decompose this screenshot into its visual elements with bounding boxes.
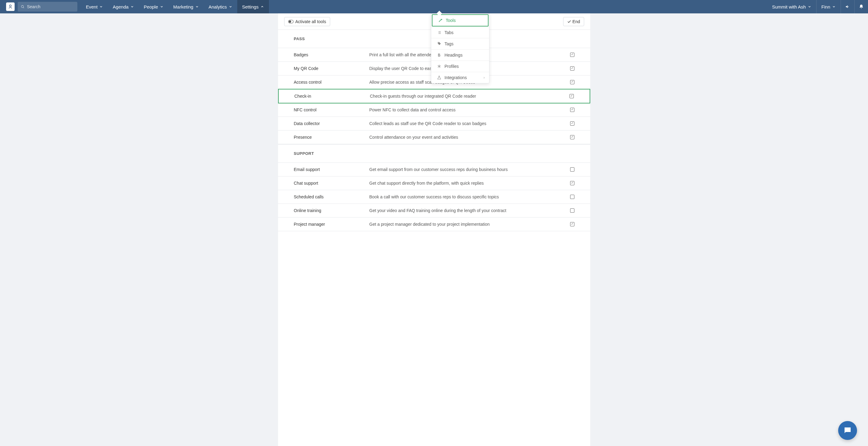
tool-description: Book a call with our customer success re… xyxy=(369,195,559,199)
nav-label: Analytics xyxy=(209,4,227,9)
dropdown-item-label: Tabs xyxy=(445,30,454,35)
nav-item-settings[interactable]: Settings xyxy=(237,0,269,13)
nav-label: Marketing xyxy=(173,4,193,9)
tag-icon xyxy=(436,42,443,46)
nav-item-people[interactable]: People xyxy=(139,0,168,13)
activate-all-tools-button[interactable]: Activate all tools xyxy=(284,17,330,26)
user-menu-1[interactable]: Finn xyxy=(816,0,841,13)
tool-checkbox[interactable] xyxy=(569,94,574,98)
dropdown-item-label: Profiles xyxy=(445,64,459,69)
nav-item-marketing[interactable]: Marketing xyxy=(168,0,204,13)
nav-item-agenda[interactable]: Agenda xyxy=(108,0,139,13)
tool-description: Collect leads as staff use the QR Code r… xyxy=(369,121,559,126)
tool-checkbox[interactable] xyxy=(570,108,575,112)
notifications-button[interactable] xyxy=(855,0,868,13)
dropdown-item-profiles[interactable]: Profiles xyxy=(431,61,489,72)
tool-description: Check-in guests through our integrated Q… xyxy=(370,94,559,99)
dropdown-item-label: Tools xyxy=(446,18,456,23)
chevron-right-icon: › xyxy=(484,75,485,80)
tool-row[interactable]: Project managerGet a project manager ded… xyxy=(278,217,590,231)
tool-checkbox[interactable] xyxy=(570,135,575,139)
search-input[interactable] xyxy=(27,4,74,9)
tool-description: Power NFC to collect data and control ac… xyxy=(369,107,559,112)
tool-row[interactable]: PresenceControl attendance on your event… xyxy=(278,131,590,144)
tool-checkbox[interactable] xyxy=(570,222,575,226)
svg-point-1 xyxy=(21,5,24,8)
user-menu-0[interactable]: Summit with Ash xyxy=(767,0,816,13)
announcements-button[interactable] xyxy=(841,0,854,13)
tool-name: Check-in xyxy=(294,94,370,99)
end-label: End xyxy=(572,19,580,24)
settings-dropdown: ToolsTabsTagsHeadingsProfilesIntegration… xyxy=(431,13,490,83)
dropdown-item-label: Integrations xyxy=(445,75,467,80)
end-button[interactable]: End xyxy=(563,17,584,26)
app-logo[interactable] xyxy=(6,2,14,11)
tool-checkbox[interactable] xyxy=(570,181,575,185)
chat-widget-button[interactable] xyxy=(838,421,857,440)
tool-row[interactable]: Check-inCheck-in guests through our inte… xyxy=(278,89,590,103)
dropdown-item-headings[interactable]: Headings xyxy=(431,49,489,61)
nav-label: People xyxy=(144,4,158,9)
wrench-icon xyxy=(437,18,444,23)
tool-name: Scheduled calls xyxy=(294,195,369,199)
tool-row[interactable]: NFC controlPower NFC to collect data and… xyxy=(278,103,590,117)
list-icon xyxy=(436,30,443,35)
tool-checkbox[interactable] xyxy=(570,80,575,84)
flask-icon xyxy=(436,75,443,80)
check-icon xyxy=(567,20,571,24)
tool-name: Email support xyxy=(294,167,369,172)
tool-checkbox[interactable] xyxy=(570,208,575,213)
nav-item-event[interactable]: Event xyxy=(81,0,108,13)
tool-checkbox[interactable] xyxy=(570,53,575,57)
dropdown-item-label: Tags xyxy=(445,41,454,46)
tool-row[interactable]: Chat supportGet chat support directly fr… xyxy=(278,176,590,190)
tool-name: Access control xyxy=(294,80,369,84)
tool-name: Chat support xyxy=(294,181,369,185)
tool-row[interactable]: Data collectorCollect leads as staff use… xyxy=(278,117,590,131)
nav-label: Event xyxy=(86,4,97,9)
dropdown-item-tags[interactable]: Tags xyxy=(431,38,489,49)
tool-checkbox[interactable] xyxy=(570,66,575,71)
tool-row[interactable]: Online trainingGet your video and FAQ tr… xyxy=(278,204,590,217)
chat-icon xyxy=(843,426,852,435)
asterisk-icon xyxy=(436,64,443,68)
dropdown-item-integrations[interactable]: Integrations› xyxy=(431,72,489,83)
tool-name: Data collector xyxy=(294,121,369,126)
user-menu-label: Summit with Ash xyxy=(772,4,806,9)
topbar: EventAgendaPeopleMarketingAnalyticsSetti… xyxy=(0,0,868,13)
tool-checkbox[interactable] xyxy=(570,167,575,172)
user-menu-label: Finn xyxy=(822,4,830,9)
tool-name: NFC control xyxy=(294,107,369,112)
tool-checkbox[interactable] xyxy=(570,195,575,199)
toggle-off-icon xyxy=(288,20,293,24)
tool-row[interactable]: Scheduled callsBook a call with our cust… xyxy=(278,190,590,204)
nav-label: Settings xyxy=(242,4,258,9)
tool-name: Presence xyxy=(294,135,369,140)
svg-line-2 xyxy=(24,7,24,8)
megaphone-icon xyxy=(845,4,850,9)
nav-label: Agenda xyxy=(113,4,128,9)
search-input-wrap[interactable] xyxy=(18,2,78,11)
section-header-support: SUPPORT xyxy=(278,144,590,163)
tool-name: Badges xyxy=(294,52,369,57)
dropdown-item-tools[interactable]: Tools xyxy=(432,14,489,27)
tool-description: Control attendance on your event and act… xyxy=(369,135,559,140)
tool-description: Get a project manager dedicated to your … xyxy=(369,222,559,227)
tool-name: Project manager xyxy=(294,222,369,227)
dropdown-item-tabs[interactable]: Tabs xyxy=(431,27,489,38)
tool-description: Get your video and FAQ training online d… xyxy=(369,208,559,213)
search-icon xyxy=(21,5,24,9)
tool-name: Online training xyxy=(294,208,369,213)
dropdown-item-label: Headings xyxy=(445,53,463,58)
tool-description: Get email support from our customer succ… xyxy=(369,167,559,172)
tool-name: My QR Code xyxy=(294,66,369,71)
nav-item-analytics[interactable]: Analytics xyxy=(204,0,237,13)
bold-icon xyxy=(436,53,443,57)
main-content: Activate all tools End PASSBadgesPrint a… xyxy=(278,13,590,446)
tool-row[interactable]: Email supportGet email support from our … xyxy=(278,163,590,176)
svg-point-0 xyxy=(9,5,11,7)
tool-checkbox[interactable] xyxy=(570,122,575,126)
svg-point-4 xyxy=(289,21,291,23)
activate-all-label: Activate all tools xyxy=(296,19,326,24)
tool-description: Get chat support directly from the platf… xyxy=(369,181,559,185)
